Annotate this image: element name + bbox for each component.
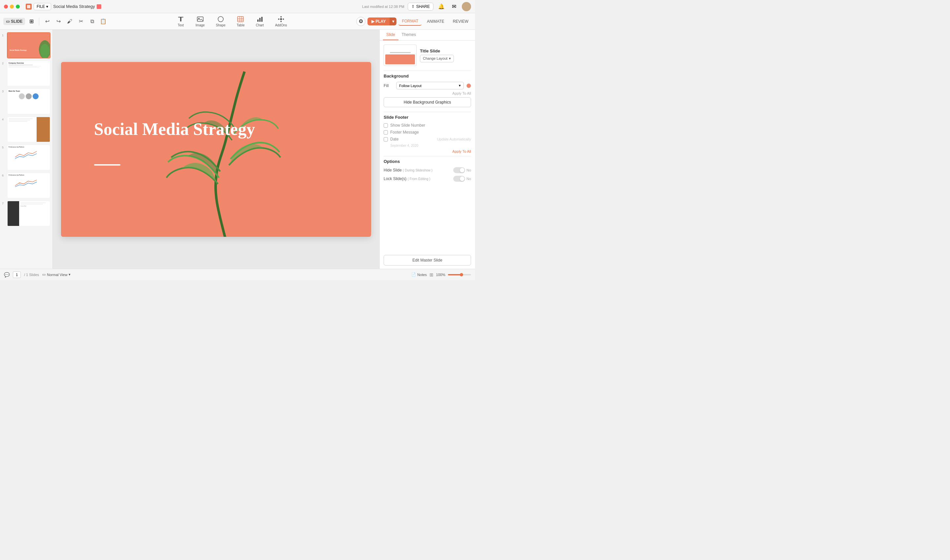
layout-preview-salmon xyxy=(385,54,415,64)
tool-addons[interactable]: AddOns xyxy=(273,14,289,28)
notes-button[interactable]: 📄 Notes xyxy=(411,272,427,277)
titlebar: FILE ▾ Social Media Strategy Last modifi… xyxy=(0,0,475,13)
main-area: 1 Social Media Strategy 2 Company Over xyxy=(0,30,475,269)
close-button[interactable] xyxy=(4,5,8,9)
right-content: Title Slide Change Layout ▾ Background F… xyxy=(380,40,475,252)
svg-rect-2 xyxy=(180,17,182,22)
page-input[interactable] xyxy=(13,271,21,278)
file-area: FILE ▾ Social Media Strategy xyxy=(26,3,101,10)
layout-info: Title Slide Change Layout ▾ xyxy=(420,48,471,62)
titlebar-right: Last modified at 12:38 PM ⇧ SHARE 🔔 ✉ xyxy=(362,2,471,11)
change-layout-button[interactable]: Change Layout ▾ xyxy=(420,55,454,62)
table-label: Table xyxy=(237,23,245,27)
slide-canvas[interactable]: Social Media Strategy xyxy=(61,62,371,237)
slide-thumbnail-2[interactable]: 2 Company Overview xyxy=(2,60,51,86)
cut-button[interactable]: ✂ xyxy=(76,17,85,26)
redo-button[interactable]: ↪ xyxy=(54,17,63,26)
tool-shape[interactable]: Shape xyxy=(213,14,228,28)
fullscreen-button[interactable] xyxy=(16,5,20,9)
slide-sorter-icon[interactable]: ⊞ xyxy=(430,272,433,277)
slide-num-7: 7 xyxy=(2,202,5,205)
toolbar-divider xyxy=(39,17,39,25)
tool-table[interactable]: Table xyxy=(234,14,247,28)
svg-point-15 xyxy=(280,16,282,17)
hide-slide-toggle[interactable]: No xyxy=(453,167,471,173)
hide-slide-toggle-track[interactable] xyxy=(453,167,465,173)
zoom-thumb[interactable] xyxy=(460,273,463,276)
play-caret-button[interactable]: ▾ xyxy=(390,17,396,25)
play-button[interactable]: ▶ PLAY xyxy=(368,17,390,25)
slide-tab[interactable]: Slide xyxy=(383,30,399,40)
view-mode-button[interactable]: ▭ Normal View ▾ xyxy=(42,272,71,277)
thumb-title-1: Social Media Strategy xyxy=(9,49,27,51)
tool-chart[interactable]: Chart xyxy=(253,14,266,28)
hide-background-button[interactable]: Hide Background Graphics xyxy=(383,97,471,107)
last-modified-text: Last modified at 12:38 PM xyxy=(362,5,404,9)
footer-message-checkbox[interactable] xyxy=(383,130,388,135)
avatar[interactable] xyxy=(462,2,471,11)
edit-master-slide-button[interactable]: Edit Master Slide xyxy=(383,255,471,266)
paint-button[interactable]: 🖌 xyxy=(65,17,74,26)
slide-thumbnail-3[interactable]: 3 Meet the Team xyxy=(2,88,51,114)
addons-icon xyxy=(277,15,285,23)
svg-point-5 xyxy=(218,17,223,22)
minimize-button[interactable] xyxy=(10,5,14,9)
footer-section: Slide Footer Show Slide Number Footer Me… xyxy=(383,115,471,153)
slide-mode-button[interactable]: ▭ SLIDE xyxy=(3,18,25,25)
undo-button[interactable]: ↩ xyxy=(43,17,52,26)
zoom-slider[interactable] xyxy=(448,274,471,275)
footer-apply-all[interactable]: Apply To All xyxy=(383,149,471,153)
review-tab[interactable]: REVIEW xyxy=(450,17,472,25)
bottom-right: 📄 Notes ⊞ 100% xyxy=(411,272,471,277)
doc-type-icon xyxy=(97,4,101,9)
svg-point-18 xyxy=(283,18,284,20)
file-menu-button[interactable]: FILE ▾ xyxy=(34,3,51,10)
grid-view-button[interactable]: ⊞ xyxy=(27,17,35,26)
tool-text[interactable]: Text xyxy=(174,14,187,28)
traffic-lights xyxy=(4,5,20,9)
addons-label: AddOns xyxy=(275,23,287,27)
slide-thumbnail-4[interactable]: 4 xyxy=(2,117,51,143)
hide-slide-label: Hide Slide ( During Slideshow ) xyxy=(383,168,451,172)
toolbar-left: ▭ SLIDE ⊞ ↩ ↪ 🖌 ✂ ⧉ 📋 xyxy=(3,17,108,26)
fill-color-swatch[interactable] xyxy=(467,83,471,88)
slide-thumbnail-1[interactable]: 1 Social Media Strategy xyxy=(2,32,51,58)
chat-icon[interactable]: 💬 xyxy=(4,272,9,277)
format-tab[interactable]: FORMAT xyxy=(399,17,422,26)
slide-num-6: 6 xyxy=(2,174,5,177)
hide-slide-toggle-label: No xyxy=(467,168,471,172)
date-checkbox[interactable] xyxy=(383,137,388,142)
notes-icon: 📄 xyxy=(411,272,416,277)
options-title: Options xyxy=(383,159,471,164)
share-button[interactable]: ⇧ SHARE xyxy=(408,3,433,11)
lock-slide-toggle-thumb xyxy=(460,177,465,181)
fill-dropdown[interactable]: Follow Layout ▾ xyxy=(396,82,464,89)
share-icon: ⇧ xyxy=(411,4,415,9)
slide-thumbnail-7[interactable]: 7 Content Style xyxy=(2,200,51,226)
doc-title-text: Social Media Strategy xyxy=(53,4,95,9)
settings-button[interactable]: ⚙ xyxy=(356,17,365,26)
copy-button[interactable]: ⧉ xyxy=(88,17,97,26)
lock-slide-toggle-track[interactable] xyxy=(453,176,465,182)
paste-button[interactable]: 📋 xyxy=(99,17,108,26)
mail-icon[interactable]: ✉ xyxy=(449,2,459,11)
show-slide-number-label: Show Slide Number xyxy=(390,123,425,128)
tool-image[interactable]: Image xyxy=(193,14,208,28)
lock-slide-toggle[interactable]: No xyxy=(453,176,471,182)
apply-all-text[interactable]: Apply To All xyxy=(383,91,471,95)
right-panel: Slide Themes Title Slide Change Layout ▾ xyxy=(379,30,475,269)
chart-icon xyxy=(256,15,263,23)
date-value-text: September 4, 2020 xyxy=(390,144,471,148)
notifications-icon[interactable]: 🔔 xyxy=(437,2,446,11)
themes-tab[interactable]: Themes xyxy=(399,30,419,40)
show-slide-number-row: Show Slide Number xyxy=(383,123,471,128)
lock-slide-label: Lock Slide(s) ( From Editing ) xyxy=(383,177,451,181)
slide-thumbnail-6[interactable]: 6 Performance by Platform xyxy=(2,172,51,198)
animate-tab[interactable]: ANIMATE xyxy=(423,17,447,25)
thumb-content-2: Company Overview xyxy=(8,61,50,69)
show-slide-number-checkbox[interactable] xyxy=(383,123,388,128)
doc-title: Social Media Strategy xyxy=(53,4,101,9)
slide-thumbnail-5[interactable]: 5 Performance by Platform xyxy=(2,145,51,171)
hide-slide-toggle-thumb xyxy=(460,168,465,172)
page-total: / 1 Slides xyxy=(24,273,39,277)
